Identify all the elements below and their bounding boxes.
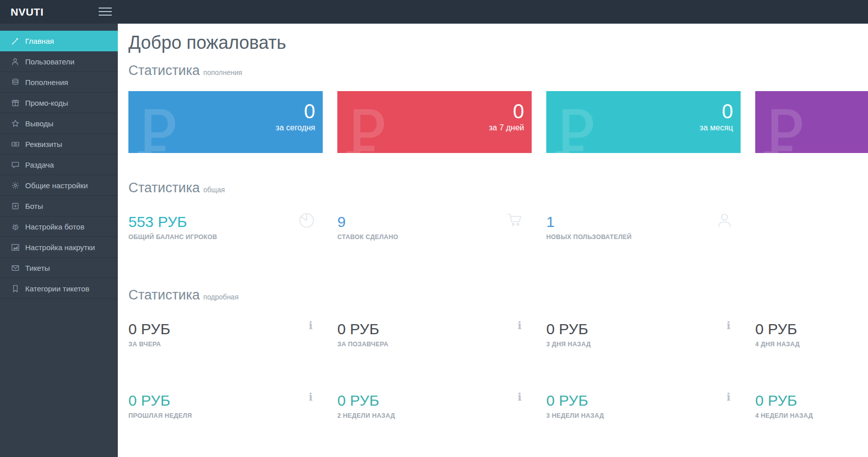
stat-value: 0 РУБ [337, 320, 532, 338]
envelope-icon [11, 264, 20, 272]
banknote-icon [11, 140, 20, 148]
ruble-watermark [550, 109, 593, 153]
sidebar-item-nastroyka-nakrutki[interactable]: Настройка накрутки [0, 237, 118, 258]
stat-3-days-ago: 0 РУБ 3 ДНЯ НАЗАД i [546, 319, 741, 348]
stat-value: 0 РУБ [128, 392, 323, 410]
hamburger-menu-icon[interactable] [99, 8, 112, 16]
section-detailed-statistics: Статистикаподробная 0 РУБ ЗА ВЧЕРА i 0 Р… [128, 287, 868, 455]
stat-4-days-ago: 0 РУБ 4 ДНЯ НАЗАД i [755, 319, 868, 348]
section-subtitle: подробная [203, 293, 239, 301]
stat-label: 4 НЕДЕЛИ НАЗАД [755, 412, 868, 419]
top-bar: NVUTI [0, 0, 868, 24]
wand-icon [11, 37, 20, 45]
info-icon[interactable]: i [516, 391, 524, 403]
sidebar-item-label: Боты [25, 202, 43, 210]
sidebar-item-promo-kody[interactable]: Промо-коды [0, 93, 118, 113]
stat-new-users: 1 НОВЫХ ПОЛЬЗОВАТЕЛЕЙ [546, 211, 741, 241]
info-icon[interactable]: i [307, 391, 315, 403]
section-subtitle: общая [203, 186, 225, 194]
stat-day-before-yesterday: 0 РУБ ЗА ПОЗАВЧЕРА i [337, 319, 532, 348]
card-value: 0 [513, 100, 524, 122]
stat-value: 0 РУБ [128, 320, 323, 338]
sidebar-item-polzovateli[interactable]: Пользователи [0, 51, 118, 72]
stat-value: 9 [337, 213, 532, 231]
pie-chart-icon [298, 211, 316, 230]
deposit-card-today: 0 за сегодня [128, 91, 323, 153]
stat-value: 1 [546, 213, 741, 231]
main-content: Добро пожаловать Статистикапополнения 0 … [118, 24, 868, 457]
deposits-icon [11, 78, 20, 87]
stat-label: СТАВОК СДЕЛАНО [337, 234, 532, 241]
sidebar-item-boty[interactable]: Боты [0, 196, 118, 216]
card-value: 0 [722, 100, 733, 122]
sidebar-nav: Главная Пользователи Пополнения Промо-ко… [0, 24, 118, 299]
card-period: за месяц [700, 123, 733, 132]
sidebar-item-label: Пользователи [25, 57, 75, 66]
deposit-card-clipped [755, 91, 868, 153]
sidebar-item-nastroyka-botov[interactable]: Настройка ботов [0, 216, 118, 237]
sidebar-item-kategorii-tiketov[interactable]: Категории тикетов [0, 278, 118, 299]
sidebar-item-glavnaya[interactable]: Главная [0, 31, 118, 51]
card-period: за сегодня [276, 123, 315, 132]
sidebar-item-label: Категории тикетов [25, 284, 89, 293]
deposit-card-month: 0 за месяц [546, 91, 741, 153]
ruble-watermark [132, 109, 175, 153]
sidebar-item-label: Общие настройки [25, 181, 88, 190]
sidebar-item-label: Реквизиты [25, 140, 62, 148]
info-icon[interactable]: i [307, 320, 315, 332]
sidebar-item-label: Пополнения [25, 78, 68, 87]
card-period: за 7 дней [489, 123, 524, 132]
sidebar: Главная Пользователи Пополнения Промо-ко… [0, 24, 118, 457]
sidebar-item-popolneniya[interactable]: Пополнения [0, 72, 118, 93]
section-general-statistics: Статистикаобщая 553 РУБ ОБЩИЙ БАЛАНС ИГР… [128, 180, 868, 241]
gift-icon [11, 99, 20, 107]
sidebar-item-label: Настройка накрутки [25, 243, 95, 252]
stat-label: ПРОШЛАЯ НЕДЕЛЯ [128, 412, 323, 419]
info-icon[interactable]: i [725, 320, 733, 332]
stat-value: 0 РУБ [755, 392, 868, 410]
bug-icon [11, 222, 20, 231]
stat-label: 3 ДНЯ НАЗАД [546, 341, 741, 348]
admin-dashboard: NVUTI Главная Пользователи Пополнения Пр… [0, 0, 868, 457]
stat-yesterday: 0 РУБ ЗА ВЧЕРА i [128, 319, 323, 348]
sidebar-item-label: Настройка ботов [25, 222, 85, 231]
bot-icon [11, 202, 20, 210]
stat-label: ЗА ПОЗАВЧЕРА [337, 341, 532, 348]
cart-icon [507, 211, 525, 230]
ruble-watermark [341, 109, 384, 153]
stat-value: 0 РУБ [337, 392, 532, 410]
sidebar-item-razdacha[interactable]: Раздача [0, 155, 118, 175]
stat-label: НОВЫХ ПОЛЬЗОВАТЕЛЕЙ [546, 234, 741, 241]
stat-total-balance: 553 РУБ ОБЩИЙ БАЛАНС ИГРОКОВ [128, 211, 323, 241]
stat-label: ЗА ВЧЕРА [128, 341, 323, 348]
star-icon [11, 119, 20, 128]
bookmark-icon [11, 284, 20, 293]
stat-value: 0 РУБ [755, 320, 868, 338]
section-heading: Статистикаобщая [128, 180, 868, 197]
user-icon [715, 211, 734, 230]
page-title: Добро пожаловать [128, 32, 868, 54]
stat-value: 0 РУБ [546, 320, 741, 338]
sidebar-item-obshchie-nastroyki[interactable]: Общие настройки [0, 175, 118, 196]
sidebar-item-rekvizity[interactable]: Реквизиты [0, 134, 118, 155]
sidebar-item-label: Промо-коды [25, 99, 68, 107]
section-heading: Статистикапополнения [128, 63, 868, 80]
section-heading: Статистикаподробная [128, 287, 868, 304]
users-icon [11, 57, 20, 66]
info-icon[interactable]: i [516, 320, 524, 332]
sidebar-item-vyvody[interactable]: Выводы [0, 113, 118, 134]
stat-last-week: 0 РУБ ПРОШЛАЯ НЕДЕЛЯ i [128, 390, 323, 419]
deposit-card-7-days: 0 за 7 дней [337, 91, 532, 153]
gear-icon [11, 181, 20, 190]
deposit-cards-row: 0 за сегодня 0 за 7 дней 0 за месяц [128, 91, 868, 153]
section-subtitle: пополнения [203, 68, 242, 77]
sidebar-item-tikety[interactable]: Тикеты [0, 258, 118, 278]
general-stats-row: 553 РУБ ОБЩИЙ БАЛАНС ИГРОКОВ 9 СТАВОК СД… [128, 211, 868, 241]
chat-icon [11, 161, 20, 169]
sidebar-item-label: Выводы [25, 119, 53, 128]
stat-bets-made: 9 СТАВОК СДЕЛАНО [337, 211, 532, 241]
info-icon[interactable]: i [725, 391, 733, 403]
brand-logo[interactable]: NVUTI [11, 0, 44, 24]
stat-label: ОБЩИЙ БАЛАНС ИГРОКОВ [128, 234, 323, 241]
detailed-stats-row-days: 0 РУБ ЗА ВЧЕРА i 0 РУБ ЗА ПОЗАВЧЕРА i 0 … [128, 319, 868, 348]
